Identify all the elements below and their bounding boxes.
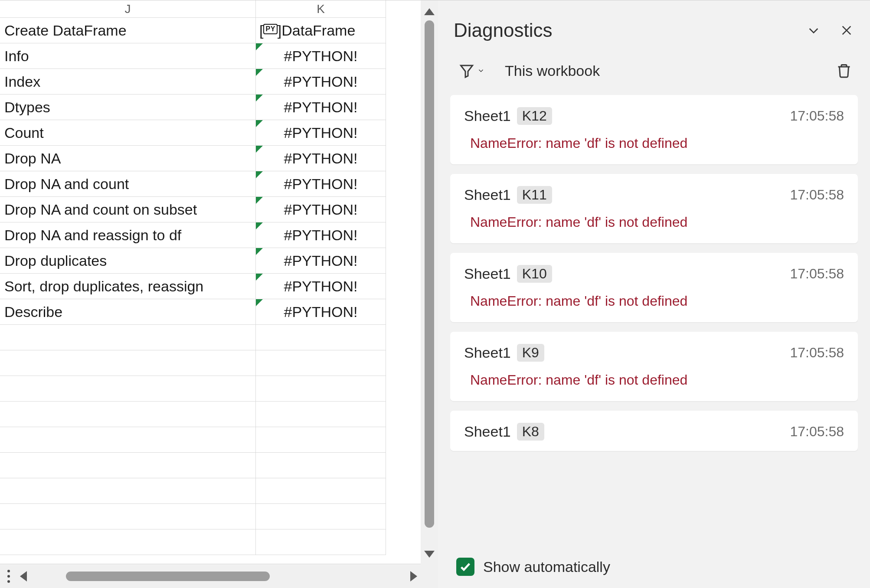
table-row [0,325,421,350]
py-badge: PY [263,24,277,34]
diagnostic-location: Sheet1K12 [464,107,552,125]
python-object-icon: [PY] [259,18,281,43]
diagnostic-message: NameError: name 'df' is not defined [464,293,844,309]
cell-j[interactable]: Drop NA and count on subset [0,197,256,222]
close-panel-icon[interactable] [839,23,854,38]
cell-k[interactable] [256,453,386,478]
cell-j[interactable]: Drop NA and count [0,171,256,197]
cell-j[interactable]: Info [0,43,256,69]
table-row: Sort, drop duplicates, reassign#PYTHON! [0,274,421,299]
cell-k[interactable] [256,504,386,529]
table-row: Drop duplicates#PYTHON! [0,248,421,274]
diagnostics-header: Diagnostics [450,7,858,49]
diagnostics-panel: Diagnostics This workbook Sheet1K1217:05… [438,0,870,588]
column-header-j[interactable]: J [0,0,256,18]
diagnostics-scope-label: This workbook [505,62,600,79]
cell-j[interactable] [0,453,256,478]
scroll-down-icon[interactable] [424,551,435,558]
cell-j[interactable]: Sort, drop duplicates, reassign [0,274,256,299]
diagnostic-card[interactable]: Sheet1K1017:05:58NameError: name 'df' is… [450,253,858,322]
cell-j[interactable] [0,325,256,350]
cell-k[interactable]: #PYTHON! [256,222,386,248]
table-row: Drop NA and count on subset#PYTHON! [0,197,421,222]
diagnostics-list[interactable]: Sheet1K1217:05:58NameError: name 'df' is… [450,95,858,549]
diagnostic-card-header: Sheet1K1117:05:58 [464,186,844,204]
diagnostics-footer: Show automatically [450,549,858,588]
table-row [0,453,421,478]
diagnostic-sheet: Sheet1 [464,423,511,440]
cell-k[interactable]: #PYTHON! [256,69,386,95]
cell-j[interactable]: Drop NA [0,146,256,171]
cell-k[interactable]: [PY]DataFrame [256,18,386,43]
filter-button[interactable] [459,63,485,78]
diagnostic-time: 17:05:58 [790,266,844,282]
table-row: Describe#PYTHON! [0,299,421,325]
cell-k[interactable]: #PYTHON! [256,197,386,222]
table-row [0,529,421,555]
cell-j[interactable] [0,529,256,555]
diagnostic-card[interactable]: Sheet1K1217:05:58NameError: name 'df' is… [450,95,858,164]
table-row [0,478,421,504]
diagnostic-time: 17:05:58 [790,187,844,203]
cell-j[interactable] [0,427,256,453]
cell-k[interactable]: #PYTHON! [256,299,386,325]
table-row [0,427,421,453]
h-scroll-track [20,570,417,582]
cell-j[interactable] [0,478,256,504]
collapse-panel-icon[interactable] [806,23,821,38]
v-scroll-track[interactable] [425,20,434,546]
cell-k[interactable] [256,529,386,555]
cell-k[interactable]: #PYTHON! [256,95,386,120]
cell-k[interactable]: #PYTHON! [256,146,386,171]
cell-j[interactable]: Drop duplicates [0,248,256,274]
cell-j[interactable]: Index [0,69,256,95]
sheet-options-icon[interactable] [3,568,14,585]
h-scroll-thumb[interactable] [66,572,270,581]
diagnostics-header-controls [806,23,854,38]
grid-viewport: J K Create DataFrame[PY]DataFrameInfo#PY… [0,0,421,564]
svg-marker-2 [461,65,473,77]
cell-k[interactable] [256,350,386,376]
cell-k[interactable] [256,376,386,402]
cell-j[interactable]: Create DataFrame [0,18,256,43]
cell-j[interactable]: Dtypes [0,95,256,120]
cell-k[interactable] [256,325,386,350]
diagnostics-toolbar: This workbook [450,49,858,95]
table-row: Count#PYTHON! [0,120,421,146]
column-header-k[interactable]: K [256,0,386,18]
cell-k[interactable]: #PYTHON! [256,120,386,146]
cell-k[interactable]: #PYTHON! [256,171,386,197]
cell-k[interactable] [256,478,386,504]
cell-j[interactable] [0,376,256,402]
cell-k[interactable]: #PYTHON! [256,248,386,274]
grid-body[interactable]: Create DataFrame[PY]DataFrameInfo#PYTHON… [0,18,421,564]
clear-diagnostics-icon[interactable] [835,62,853,79]
diagnostic-card[interactable]: Sheet1K817:05:58 [450,411,858,451]
cell-k[interactable]: #PYTHON! [256,274,386,299]
cell-j[interactable] [0,402,256,427]
diagnostic-time: 17:05:58 [790,345,844,361]
v-scroll-thumb[interactable] [425,20,434,528]
diagnostic-sheet: Sheet1 [464,265,511,282]
table-row: Dtypes#PYTHON! [0,95,421,120]
scroll-left-icon[interactable] [20,571,27,581]
cell-j[interactable]: Count [0,120,256,146]
cell-j[interactable] [0,350,256,376]
diagnostic-message: NameError: name 'df' is not defined [464,372,844,388]
table-row: Info#PYTHON! [0,43,421,69]
h-scroll-inner[interactable] [31,572,406,581]
cell-j[interactable] [0,504,256,529]
cell-k[interactable] [256,427,386,453]
table-row: Drop NA#PYTHON! [0,146,421,171]
diagnostic-sheet: Sheet1 [464,186,511,203]
cell-k[interactable]: #PYTHON! [256,43,386,69]
cell-j[interactable]: Describe [0,299,256,325]
show-automatically-checkbox[interactable] [456,558,474,576]
scroll-up-icon[interactable] [424,8,435,15]
scroll-right-icon[interactable] [410,571,417,581]
diagnostic-message: NameError: name 'df' is not defined [464,135,844,151]
cell-j[interactable]: Drop NA and reassign to df [0,222,256,248]
cell-k[interactable] [256,402,386,427]
diagnostic-card[interactable]: Sheet1K1117:05:58NameError: name 'df' is… [450,174,858,243]
diagnostic-card[interactable]: Sheet1K917:05:58NameError: name 'df' is … [450,332,858,401]
